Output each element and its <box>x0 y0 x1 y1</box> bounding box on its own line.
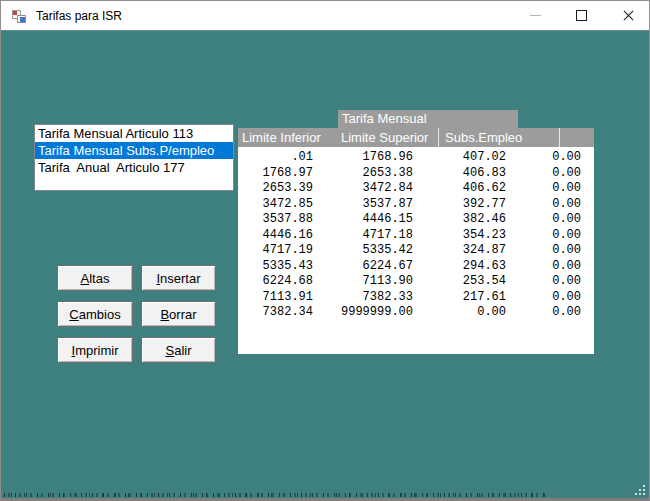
listbox-item[interactable]: Tarifa Mensual Articulo 113 <box>35 125 233 142</box>
table-cell: 0.00 <box>506 243 581 259</box>
close-button[interactable] <box>613 1 643 30</box>
table-row[interactable]: 3472.853537.87392.770.00 <box>238 197 594 213</box>
salir-button[interactable]: Salir <box>141 337 216 363</box>
table-cell: 3472.84 <box>313 181 413 197</box>
table-cell: 4717.19 <box>238 243 313 259</box>
listbox-item[interactable]: Tarifa Anual Articulo 177 <box>35 159 233 176</box>
table-cell: 1768.97 <box>238 166 313 182</box>
minimize-button[interactable] <box>520 1 550 30</box>
table-row[interactable]: 3537.884446.15382.460.00 <box>238 212 594 228</box>
table-row[interactable]: .011768.96407.020.00 <box>238 150 594 166</box>
altas-button[interactable]: Altas <box>57 265 133 291</box>
table-cell: 392.77 <box>413 197 506 213</box>
table-cell: 7382.34 <box>238 305 313 321</box>
column-header-limite-superior: Limite Superior <box>341 128 428 147</box>
table-cell: 407.02 <box>413 150 506 166</box>
table-cell: 2653.38 <box>313 166 413 182</box>
action-buttons: AltasInsertarCambiosBorrarImprimirSalir <box>57 265 216 363</box>
table-cell: 0.00 <box>506 274 581 290</box>
grid-header-row: Limite Inferior Limite Superior Subs.Emp… <box>238 128 594 147</box>
table-cell: 382.46 <box>413 212 506 228</box>
table-cell: 217.61 <box>413 290 506 306</box>
window-title: Tarifas para ISR <box>36 1 122 31</box>
cambios-button[interactable]: Cambios <box>57 301 133 327</box>
table-cell: 9999999.00 <box>313 305 413 321</box>
table-row[interactable]: 4717.195335.42324.870.00 <box>238 243 594 259</box>
table-cell: 0.00 <box>506 212 581 228</box>
table-row[interactable]: 7113.917382.33217.610.00 <box>238 290 594 306</box>
column-header-limite-inferior: Limite Inferior <box>242 128 321 147</box>
table-cell: 406.62 <box>413 181 506 197</box>
table-cell: 4446.16 <box>238 228 313 244</box>
table-cell: 0.00 <box>506 166 581 182</box>
grid-group-header: Tarifa Mensual <box>338 110 518 128</box>
titlebar[interactable]: Tarifas para ISR <box>1 1 649 31</box>
table-cell: 324.87 <box>413 243 506 259</box>
tariff-grid: Tarifa Mensual Limite Inferior Limite Su… <box>238 110 594 354</box>
borrar-button[interactable]: Borrar <box>141 301 216 327</box>
table-cell: 0.00 <box>506 228 581 244</box>
maximize-button[interactable] <box>566 1 596 30</box>
table-cell: 7113.91 <box>238 290 313 306</box>
listbox-item[interactable]: Tarifa Mensual Subs.P/empleo <box>35 142 233 159</box>
winforms-app-icon <box>11 8 27 24</box>
table-cell: 0.00 <box>506 150 581 166</box>
column-separator <box>438 128 439 147</box>
table-cell: 0.00 <box>506 197 581 213</box>
insertar-button[interactable]: Insertar <box>141 265 216 291</box>
table-cell: 4446.15 <box>313 212 413 228</box>
table-cell: 6224.68 <box>238 274 313 290</box>
table-row[interactable]: 1768.972653.38406.830.00 <box>238 166 594 182</box>
table-cell: 3537.87 <box>313 197 413 213</box>
table-cell: 6224.67 <box>313 259 413 275</box>
table-cell: 0.00 <box>506 259 581 275</box>
maximize-icon <box>576 10 587 21</box>
table-cell: .01 <box>238 150 313 166</box>
resize-grip-icon[interactable] <box>634 484 646 496</box>
imprimir-button[interactable]: Imprimir <box>57 337 133 363</box>
column-separator <box>559 128 560 147</box>
column-header-subs-empleo: Subs.Empleo <box>445 128 522 147</box>
table-cell: 0.00 <box>506 181 581 197</box>
table-row[interactable]: 5335.436224.67294.630.00 <box>238 259 594 275</box>
table-cell: 2653.39 <box>238 181 313 197</box>
table-cell: 0.00 <box>506 305 581 321</box>
table-row[interactable]: 2653.393472.84406.620.00 <box>238 181 594 197</box>
table-cell: 294.63 <box>413 259 506 275</box>
table-cell: 5335.43 <box>238 259 313 275</box>
table-cell: 5335.42 <box>313 243 413 259</box>
table-cell: 253.54 <box>413 274 506 290</box>
table-row[interactable]: 7382.349999999.000.000.00 <box>238 305 594 321</box>
table-cell: 7382.33 <box>313 290 413 306</box>
clipped-text-strip <box>4 493 547 497</box>
table-cell: 1768.96 <box>313 150 413 166</box>
table-cell: 354.23 <box>413 228 506 244</box>
app-icon-blue-square <box>20 17 25 22</box>
table-cell: 7113.90 <box>313 274 413 290</box>
tariff-listbox: Tarifa Mensual Articulo 113Tarifa Mensua… <box>34 124 234 191</box>
grid-body: .011768.96407.020.001768.972653.38406.83… <box>238 147 594 354</box>
table-cell: 4717.18 <box>313 228 413 244</box>
table-cell: 3472.85 <box>238 197 313 213</box>
app-window: Tarifas para ISR Tarifa Mensual Articulo… <box>0 0 650 501</box>
client-area: Tarifa Mensual Articulo 113Tarifa Mensua… <box>1 31 649 498</box>
table-cell: 3537.88 <box>238 212 313 228</box>
minimize-icon <box>530 15 541 16</box>
table-cell: 0.00 <box>413 305 506 321</box>
table-cell: 406.83 <box>413 166 506 182</box>
table-row[interactable]: 6224.687113.90253.540.00 <box>238 274 594 290</box>
table-cell: 0.00 <box>506 290 581 306</box>
table-row[interactable]: 4446.164717.18354.230.00 <box>238 228 594 244</box>
